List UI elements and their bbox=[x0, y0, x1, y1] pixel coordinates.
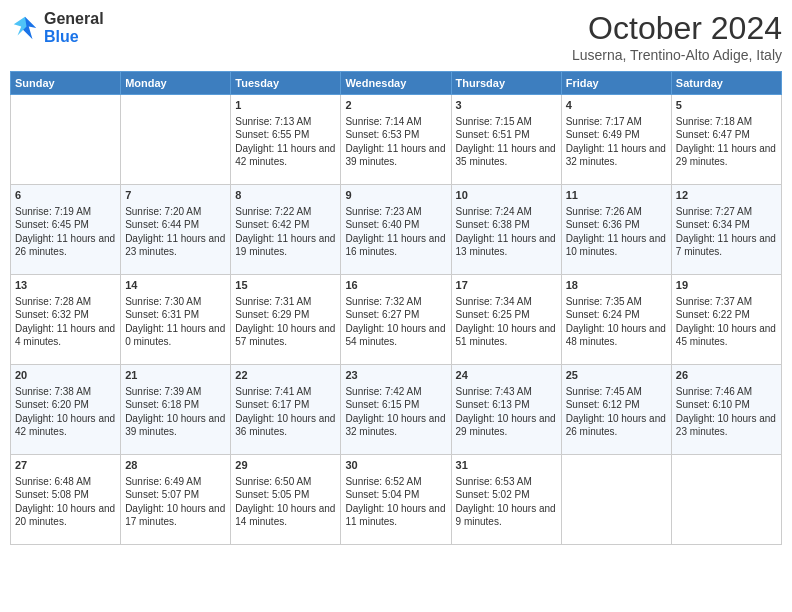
day-number: 12 bbox=[676, 188, 777, 203]
daylight-text: Daylight: 10 hours and 14 minutes. bbox=[235, 503, 335, 528]
sunrise-text: Sunrise: 6:53 AM bbox=[456, 476, 532, 487]
daylight-text: Daylight: 10 hours and 45 minutes. bbox=[676, 323, 776, 348]
sunrise-text: Sunrise: 7:20 AM bbox=[125, 206, 201, 217]
calendar-day-header: Monday bbox=[121, 72, 231, 95]
sunset-text: Sunset: 5:04 PM bbox=[345, 489, 419, 500]
calendar-day-header: Wednesday bbox=[341, 72, 451, 95]
calendar-cell: 12Sunrise: 7:27 AMSunset: 6:34 PMDayligh… bbox=[671, 185, 781, 275]
page-header: General Blue October 2024 Luserna, Trent… bbox=[10, 10, 782, 63]
calendar-day-header: Saturday bbox=[671, 72, 781, 95]
sunset-text: Sunset: 6:55 PM bbox=[235, 129, 309, 140]
calendar-cell: 10Sunrise: 7:24 AMSunset: 6:38 PMDayligh… bbox=[451, 185, 561, 275]
day-number: 11 bbox=[566, 188, 667, 203]
sunrise-text: Sunrise: 7:15 AM bbox=[456, 116, 532, 127]
day-number: 26 bbox=[676, 368, 777, 383]
calendar-day-header: Thursday bbox=[451, 72, 561, 95]
sunset-text: Sunset: 6:36 PM bbox=[566, 219, 640, 230]
calendar-cell: 7Sunrise: 7:20 AMSunset: 6:44 PMDaylight… bbox=[121, 185, 231, 275]
calendar-cell: 5Sunrise: 7:18 AMSunset: 6:47 PMDaylight… bbox=[671, 95, 781, 185]
daylight-text: Daylight: 10 hours and 32 minutes. bbox=[345, 413, 445, 438]
sunset-text: Sunset: 6:44 PM bbox=[125, 219, 199, 230]
sunset-text: Sunset: 6:31 PM bbox=[125, 309, 199, 320]
sunset-text: Sunset: 5:02 PM bbox=[456, 489, 530, 500]
day-number: 30 bbox=[345, 458, 446, 473]
sunrise-text: Sunrise: 7:39 AM bbox=[125, 386, 201, 397]
day-number: 20 bbox=[15, 368, 116, 383]
sunrise-text: Sunrise: 7:38 AM bbox=[15, 386, 91, 397]
sunrise-text: Sunrise: 7:24 AM bbox=[456, 206, 532, 217]
day-number: 8 bbox=[235, 188, 336, 203]
daylight-text: Daylight: 11 hours and 42 minutes. bbox=[235, 143, 335, 168]
calendar-day-header: Sunday bbox=[11, 72, 121, 95]
day-number: 16 bbox=[345, 278, 446, 293]
daylight-text: Daylight: 11 hours and 32 minutes. bbox=[566, 143, 666, 168]
sunrise-text: Sunrise: 7:31 AM bbox=[235, 296, 311, 307]
sunrise-text: Sunrise: 7:28 AM bbox=[15, 296, 91, 307]
sunset-text: Sunset: 6:53 PM bbox=[345, 129, 419, 140]
calendar-cell: 29Sunrise: 6:50 AMSunset: 5:05 PMDayligh… bbox=[231, 455, 341, 545]
sunset-text: Sunset: 6:17 PM bbox=[235, 399, 309, 410]
calendar-cell: 25Sunrise: 7:45 AMSunset: 6:12 PMDayligh… bbox=[561, 365, 671, 455]
calendar-cell: 8Sunrise: 7:22 AMSunset: 6:42 PMDaylight… bbox=[231, 185, 341, 275]
sunrise-text: Sunrise: 7:26 AM bbox=[566, 206, 642, 217]
month-title: October 2024 bbox=[572, 10, 782, 47]
daylight-text: Daylight: 10 hours and 48 minutes. bbox=[566, 323, 666, 348]
sunrise-text: Sunrise: 7:35 AM bbox=[566, 296, 642, 307]
sunset-text: Sunset: 6:40 PM bbox=[345, 219, 419, 230]
calendar-cell: 4Sunrise: 7:17 AMSunset: 6:49 PMDaylight… bbox=[561, 95, 671, 185]
calendar-week-row: 20Sunrise: 7:38 AMSunset: 6:20 PMDayligh… bbox=[11, 365, 782, 455]
sunrise-text: Sunrise: 6:52 AM bbox=[345, 476, 421, 487]
daylight-text: Daylight: 11 hours and 23 minutes. bbox=[125, 233, 225, 258]
daylight-text: Daylight: 10 hours and 11 minutes. bbox=[345, 503, 445, 528]
sunset-text: Sunset: 6:12 PM bbox=[566, 399, 640, 410]
day-number: 5 bbox=[676, 98, 777, 113]
calendar-cell: 2Sunrise: 7:14 AMSunset: 6:53 PMDaylight… bbox=[341, 95, 451, 185]
sunset-text: Sunset: 6:24 PM bbox=[566, 309, 640, 320]
sunset-text: Sunset: 5:08 PM bbox=[15, 489, 89, 500]
calendar-cell: 3Sunrise: 7:15 AMSunset: 6:51 PMDaylight… bbox=[451, 95, 561, 185]
daylight-text: Daylight: 11 hours and 19 minutes. bbox=[235, 233, 335, 258]
calendar-cell: 14Sunrise: 7:30 AMSunset: 6:31 PMDayligh… bbox=[121, 275, 231, 365]
sunset-text: Sunset: 6:51 PM bbox=[456, 129, 530, 140]
day-number: 27 bbox=[15, 458, 116, 473]
daylight-text: Daylight: 11 hours and 16 minutes. bbox=[345, 233, 445, 258]
day-number: 15 bbox=[235, 278, 336, 293]
calendar-cell bbox=[561, 455, 671, 545]
calendar-week-row: 27Sunrise: 6:48 AMSunset: 5:08 PMDayligh… bbox=[11, 455, 782, 545]
day-number: 6 bbox=[15, 188, 116, 203]
sunset-text: Sunset: 6:32 PM bbox=[15, 309, 89, 320]
calendar-cell: 13Sunrise: 7:28 AMSunset: 6:32 PMDayligh… bbox=[11, 275, 121, 365]
svg-marker-1 bbox=[14, 17, 27, 36]
daylight-text: Daylight: 10 hours and 29 minutes. bbox=[456, 413, 556, 438]
sunrise-text: Sunrise: 6:49 AM bbox=[125, 476, 201, 487]
sunset-text: Sunset: 5:07 PM bbox=[125, 489, 199, 500]
calendar-cell: 21Sunrise: 7:39 AMSunset: 6:18 PMDayligh… bbox=[121, 365, 231, 455]
sunrise-text: Sunrise: 7:14 AM bbox=[345, 116, 421, 127]
sunset-text: Sunset: 5:05 PM bbox=[235, 489, 309, 500]
day-number: 7 bbox=[125, 188, 226, 203]
sunrise-text: Sunrise: 7:18 AM bbox=[676, 116, 752, 127]
calendar-cell: 16Sunrise: 7:32 AMSunset: 6:27 PMDayligh… bbox=[341, 275, 451, 365]
daylight-text: Daylight: 11 hours and 39 minutes. bbox=[345, 143, 445, 168]
calendar-cell: 24Sunrise: 7:43 AMSunset: 6:13 PMDayligh… bbox=[451, 365, 561, 455]
day-number: 21 bbox=[125, 368, 226, 383]
sunrise-text: Sunrise: 6:48 AM bbox=[15, 476, 91, 487]
sunset-text: Sunset: 6:45 PM bbox=[15, 219, 89, 230]
day-number: 19 bbox=[676, 278, 777, 293]
calendar-cell: 11Sunrise: 7:26 AMSunset: 6:36 PMDayligh… bbox=[561, 185, 671, 275]
daylight-text: Daylight: 10 hours and 51 minutes. bbox=[456, 323, 556, 348]
daylight-text: Daylight: 10 hours and 54 minutes. bbox=[345, 323, 445, 348]
daylight-text: Daylight: 11 hours and 7 minutes. bbox=[676, 233, 776, 258]
calendar-body: 1Sunrise: 7:13 AMSunset: 6:55 PMDaylight… bbox=[11, 95, 782, 545]
day-number: 14 bbox=[125, 278, 226, 293]
day-number: 24 bbox=[456, 368, 557, 383]
sunset-text: Sunset: 6:13 PM bbox=[456, 399, 530, 410]
daylight-text: Daylight: 10 hours and 23 minutes. bbox=[676, 413, 776, 438]
sunrise-text: Sunrise: 7:46 AM bbox=[676, 386, 752, 397]
sunset-text: Sunset: 6:18 PM bbox=[125, 399, 199, 410]
sunset-text: Sunset: 6:25 PM bbox=[456, 309, 530, 320]
sunrise-text: Sunrise: 7:22 AM bbox=[235, 206, 311, 217]
daylight-text: Daylight: 10 hours and 26 minutes. bbox=[566, 413, 666, 438]
daylight-text: Daylight: 10 hours and 36 minutes. bbox=[235, 413, 335, 438]
daylight-text: Daylight: 10 hours and 57 minutes. bbox=[235, 323, 335, 348]
